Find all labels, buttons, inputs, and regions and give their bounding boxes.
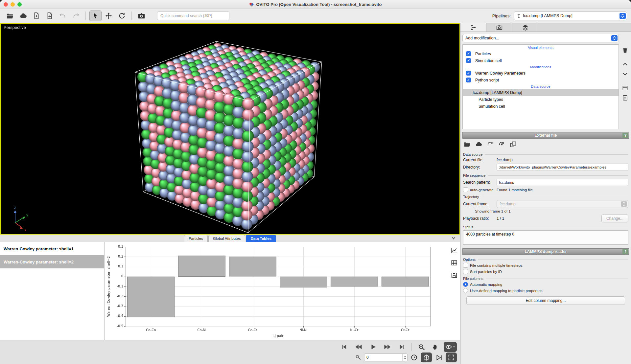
options-group-label: Options <box>463 258 476 262</box>
import-remote-file-button[interactable] <box>17 11 29 21</box>
play-button[interactable] <box>366 342 380 352</box>
pipeline-item-label: Particles <box>475 52 491 56</box>
chart-mode-button[interactable] <box>451 247 458 254</box>
toggle-modifier-button[interactable] <box>622 85 628 91</box>
viewport-caption[interactable]: Perspective <box>4 25 26 30</box>
select-mode-button[interactable] <box>89 11 102 21</box>
quick-command-search-input[interactable] <box>157 11 229 20</box>
search-pattern-label: Search pattern: <box>463 180 497 185</box>
spinner-steppers-icon[interactable] <box>402 354 407 361</box>
pipeline-selector[interactable]: fcc.dump [LAMMPS Dump] <box>514 11 627 20</box>
pipeline-item[interactable]: fcc.dump [LAMMPS Dump] <box>463 89 619 96</box>
reload-trajectory-icon[interactable] <box>498 141 505 149</box>
delete-modifier-button[interactable] <box>622 47 628 54</box>
table-view-button[interactable] <box>451 259 458 266</box>
tab-overlays[interactable] <box>512 23 538 32</box>
change-playback-button[interactable]: Change... <box>601 215 628 222</box>
pan-tool-button[interactable] <box>429 342 442 352</box>
tab-pipeline[interactable] <box>460 23 486 32</box>
open-file-button[interactable] <box>4 11 16 21</box>
checkbox-icon[interactable] <box>463 187 468 192</box>
copy-pipeline-button[interactable] <box>622 94 628 101</box>
pipeline-item[interactable]: ✓Warren Cowley Parameters <box>463 70 619 77</box>
fullscreen-button[interactable] <box>17 2 22 7</box>
item-checkbox[interactable]: ✓ <box>466 71 471 76</box>
pick-local-file-icon[interactable] <box>464 141 471 149</box>
data-table-item[interactable]: Warren-Cowley parameter: shell=2 <box>0 255 104 268</box>
collapse-panel-icon[interactable] <box>451 236 456 241</box>
animation-settings-button[interactable] <box>409 353 419 362</box>
radio-icon[interactable] <box>463 288 468 293</box>
item-checkbox[interactable]: ✓ <box>466 78 471 82</box>
checkbox-icon[interactable] <box>463 263 468 268</box>
sort-particles-checkbox[interactable]: Sort particles by ID <box>463 269 502 274</box>
new-file-button[interactable] <box>30 11 42 21</box>
first-frame-button[interactable] <box>338 342 351 352</box>
duplicate-source-icon[interactable] <box>510 141 517 149</box>
undo-button[interactable] <box>57 11 69 21</box>
redo-button[interactable] <box>70 11 82 21</box>
render-scene-button[interactable] <box>421 353 432 362</box>
tab-global-attributes[interactable]: Global Attributes <box>208 235 245 242</box>
auto-generate-checkbox[interactable]: auto-generate <box>463 187 497 192</box>
orientation-axes: z y x <box>5 204 33 232</box>
reload-file-icon[interactable] <box>487 141 494 149</box>
close-button[interactable] <box>4 2 8 7</box>
snapshot-button[interactable] <box>135 11 148 21</box>
pipeline-item[interactable]: Particle types <box>463 96 619 103</box>
data-table-item[interactable]: Warren-Cowley parameter: shell=1 <box>0 242 104 255</box>
pipeline-item-label: Simulation cell <box>479 104 505 109</box>
automatic-mapping-radio[interactable]: Automatic mapping <box>463 282 502 287</box>
animation-toolbar <box>0 340 460 364</box>
directory-field[interactable] <box>497 164 628 171</box>
maximize-viewport-button[interactable] <box>446 353 457 362</box>
external-file-header: External file ? <box>462 132 629 139</box>
animate-parameter-button[interactable] <box>354 353 363 362</box>
search-pattern-field[interactable] <box>497 179 628 186</box>
save-data-button[interactable] <box>451 272 458 279</box>
help-button[interactable]: ? <box>622 133 628 138</box>
lammps-reader-section: LAMMPS dump reader ? Options File contai… <box>462 248 629 305</box>
frame-number-input[interactable] <box>364 355 402 360</box>
help-button[interactable]: ? <box>622 249 628 254</box>
tab-particles[interactable]: Particles <box>184 235 208 242</box>
current-file-label: Current file: <box>463 158 497 162</box>
edit-column-mapping-button[interactable]: Edit column mapping... <box>466 296 625 305</box>
clone-pipeline-button[interactable] <box>43 11 56 21</box>
rotate-mode-button[interactable] <box>116 11 128 21</box>
add-modification-selector[interactable]: Add modification... <box>462 34 619 42</box>
checkbox-icon[interactable] <box>463 269 468 274</box>
user-mapping-radio[interactable]: User-defined mapping to particle propert… <box>463 288 543 293</box>
pipeline-item[interactable]: ✓Simulation cell <box>463 57 619 64</box>
render-arrow-button[interactable] <box>433 353 444 362</box>
zoom-tool-button[interactable] <box>415 342 428 352</box>
pipeline-item[interactable]: ✓Python script <box>463 77 619 83</box>
item-checkbox[interactable]: ✓ <box>466 58 471 63</box>
next-frame-button[interactable] <box>381 342 394 352</box>
move-mode-button[interactable] <box>103 11 115 21</box>
command-panel-tabs <box>460 23 631 32</box>
radio-icon[interactable] <box>463 282 468 287</box>
traffic-lights <box>4 2 22 7</box>
viewport-3d[interactable]: Perspective z y x <box>0 23 460 235</box>
viewport-visibility-button[interactable] <box>444 342 457 352</box>
tab-data-tables[interactable]: Data Tables <box>246 235 276 242</box>
pick-remote-file-icon[interactable] <box>475 141 482 149</box>
item-checkbox[interactable]: ✓ <box>466 51 471 56</box>
pipeline-section-header: Data source <box>463 83 619 89</box>
pipeline-item[interactable]: ✓Particles <box>463 50 619 57</box>
minimize-button[interactable] <box>11 2 15 7</box>
pipeline-item-label: fcc.dump [LAMMPS Dump] <box>473 90 522 95</box>
frame-spinner[interactable] <box>364 353 408 361</box>
previous-frame-button[interactable] <box>352 342 365 352</box>
chart-toolbar <box>448 242 460 340</box>
viewport-canvas[interactable] <box>1 24 459 234</box>
current-frame-selector[interactable]: fcc.dump <box>497 200 628 208</box>
move-up-button[interactable] <box>622 61 628 68</box>
multiple-timesteps-checkbox[interactable]: File contains multiple timesteps <box>463 263 523 268</box>
move-down-button[interactable] <box>622 71 628 77</box>
lammps-reader-header: LAMMPS dump reader ? <box>462 248 629 255</box>
tab-rendering[interactable] <box>486 23 512 32</box>
pipeline-item[interactable]: Simulation cell <box>463 103 619 110</box>
last-frame-button[interactable] <box>395 342 409 352</box>
